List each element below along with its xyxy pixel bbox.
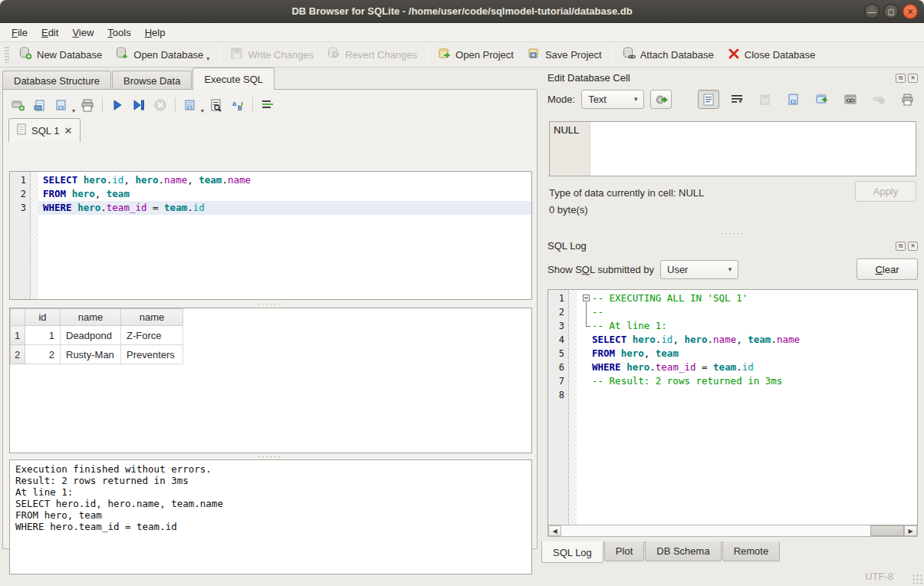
- tab-browse-data[interactable]: Browse Data: [112, 71, 192, 90]
- table-cell[interactable]: Preventers: [121, 345, 183, 364]
- open-database-button[interactable]: Open Database▾: [109, 44, 216, 65]
- column-header-name[interactable]: name: [61, 309, 121, 326]
- table-cell[interactable]: 1: [25, 326, 61, 345]
- dock-tab-plot[interactable]: Plot: [604, 542, 644, 561]
- scrollbar-track[interactable]: [561, 525, 904, 536]
- float-panel-icon[interactable]: ⧉: [896, 242, 906, 251]
- float-panel-icon[interactable]: ⧉: [896, 74, 906, 83]
- close-panel-icon[interactable]: ✕: [908, 242, 918, 251]
- cell-editor-blank[interactable]: [590, 122, 916, 176]
- save-project-button[interactable]: Save Project: [521, 44, 609, 65]
- menu-item-view[interactable]: View: [65, 25, 100, 41]
- tab-database-structure[interactable]: Database Structure: [2, 71, 111, 90]
- fold-guide: [581, 374, 592, 388]
- dock-tab-sql-log[interactable]: SQL Log: [541, 542, 603, 563]
- open-sql-file-icon[interactable]: [31, 96, 49, 114]
- cell-value: NULL: [550, 122, 590, 176]
- chevron-down-icon: ▼: [633, 96, 639, 103]
- menu-item-edit[interactable]: Edit: [35, 25, 65, 41]
- chevron-down-icon: ▼: [727, 266, 733, 273]
- scrollbar-thumb[interactable]: [870, 525, 904, 536]
- main-tab-bar: Database StructureBrowse DataExecute SQL: [0, 67, 540, 90]
- column-header-name[interactable]: name: [121, 309, 183, 326]
- minimize-button[interactable]: —: [864, 4, 880, 19]
- dock-tab-remote[interactable]: Remote: [722, 542, 781, 561]
- save-results-icon[interactable]: [181, 96, 199, 114]
- scroll-right-icon[interactable]: ▶: [904, 525, 917, 536]
- open-project-button[interactable]: Open Project: [431, 44, 521, 65]
- new-sql-tab-icon[interactable]: [9, 96, 28, 114]
- horizontal-scrollbar[interactable]: ◀ ▶: [547, 525, 918, 537]
- save-sql-file-icon[interactable]: [52, 96, 71, 114]
- export-data-icon[interactable]: [783, 90, 804, 109]
- link-cell-icon[interactable]: [840, 90, 861, 109]
- table-cell[interactable]: Z-Force: [121, 326, 183, 345]
- attach-database-button[interactable]: Attach Database: [616, 44, 721, 65]
- menu-item-help[interactable]: Help: [138, 25, 173, 41]
- fold-collapse-icon[interactable]: [581, 291, 592, 305]
- resize-grip[interactable]: [912, 574, 922, 584]
- editor-fold-margin: [31, 172, 38, 299]
- import-data-icon[interactable]: [755, 90, 776, 109]
- dropdown-caret-icon[interactable]: ▾: [201, 107, 204, 114]
- apply-data-icon[interactable]: [650, 90, 672, 109]
- log-code-area[interactable]: -- EXECUTING ALL IN 'SQL 1'---- At line …: [577, 290, 917, 535]
- execute-line-icon[interactable]: [130, 96, 148, 114]
- set-null-icon[interactable]: [868, 90, 889, 109]
- cell-value-editor[interactable]: NULL: [549, 121, 916, 176]
- column-header-id[interactable]: id: [25, 309, 61, 326]
- dock-area: Edit Database Cell ⧉ ✕ Mode: Text▼: [541, 67, 924, 566]
- sql-log-view[interactable]: 12345678 -- EXECUTING ALL IN 'SQL 1'----…: [547, 289, 918, 536]
- table-cell[interactable]: 2: [25, 345, 61, 364]
- table-cell[interactable]: Deadpond: [61, 326, 121, 345]
- close-panel-icon[interactable]: ✕: [908, 74, 918, 83]
- encoding-indicator[interactable]: UTF-8: [865, 571, 893, 582]
- toolbar-label: Close Database: [745, 49, 816, 61]
- word-wrap-icon[interactable]: [726, 90, 748, 109]
- clear-button[interactable]: Clear: [857, 258, 918, 280]
- dropdown-caret-icon[interactable]: ▾: [72, 107, 75, 114]
- toolbar-drag-handle[interactable]: [5, 46, 9, 63]
- row-header-cell[interactable]: 2: [11, 345, 25, 364]
- word-wrap-icon[interactable]: [258, 96, 277, 114]
- execute-all-icon[interactable]: [108, 96, 127, 114]
- text-mode-icon[interactable]: [698, 90, 719, 109]
- execution-message-panel[interactable]: Execution finished without errors.Result…: [9, 459, 532, 574]
- print-icon[interactable]: [78, 96, 97, 114]
- submitted-by-select[interactable]: User▼: [660, 260, 738, 279]
- menu-item-file[interactable]: File: [5, 25, 35, 41]
- close-button[interactable]: ✕: [903, 4, 918, 19]
- dropdown-caret-icon[interactable]: ▾: [206, 55, 209, 62]
- maximize-button[interactable]: ◻: [883, 4, 899, 19]
- row-header-cell[interactable]: 1: [11, 326, 25, 345]
- toolbar-separator: [427, 46, 428, 63]
- corner-header-cell[interactable]: [11, 309, 25, 326]
- open-in-external-icon[interactable]: [811, 90, 833, 109]
- editor-code-area[interactable]: SELECT hero.id, hero.name, team.nameFROM…: [38, 172, 531, 299]
- menu-item-tools[interactable]: Tools: [100, 25, 137, 41]
- scroll-left-icon[interactable]: ◀: [548, 525, 561, 536]
- auto-format-icon[interactable]: ab: [229, 96, 247, 114]
- close-database-button[interactable]: Close Database: [721, 44, 823, 65]
- title-bar[interactable]: DB Browser for SQLite - /home/user/code/…: [0, 0, 924, 23]
- new-database-button[interactable]: New Database: [12, 44, 109, 65]
- message-line: Result: 2 rows returned in 3ms: [15, 475, 526, 486]
- table-cell[interactable]: Rusty-Man: [61, 345, 121, 364]
- message-line: Execution finished without errors.: [15, 463, 526, 475]
- find-in-page-icon[interactable]: [207, 96, 225, 114]
- results-grid[interactable]: idnamename11DeadpondZ-Force22Rusty-ManPr…: [9, 308, 532, 453]
- line-number: 1: [10, 173, 26, 187]
- tab-execute-sql[interactable]: Execute SQL: [192, 67, 275, 90]
- apply-button[interactable]: Apply: [855, 181, 916, 202]
- sql-file-icon: [17, 123, 27, 137]
- dock-tab-db-schema[interactable]: DB Schema: [645, 542, 721, 561]
- toolbar-label: Revert Changes: [345, 49, 417, 61]
- sql-editor[interactable]: 123 SELECT hero.id, hero.name, team.name…: [9, 171, 532, 300]
- print-cell-icon[interactable]: [896, 90, 918, 109]
- mode-select[interactable]: Text▼: [581, 90, 644, 109]
- table-row[interactable]: 22Rusty-ManPreventers: [11, 345, 183, 364]
- sql-document-tab[interactable]: SQL 1 ✕: [8, 118, 81, 142]
- editor-results-splitter[interactable]: ······: [3, 302, 537, 307]
- close-tab-icon[interactable]: ✕: [64, 125, 72, 137]
- table-row[interactable]: 11DeadpondZ-Force: [11, 326, 183, 345]
